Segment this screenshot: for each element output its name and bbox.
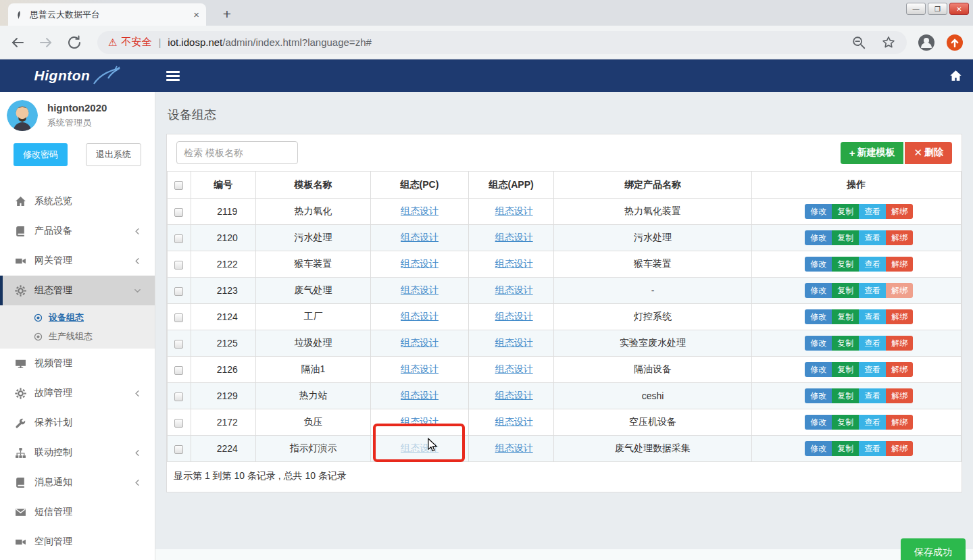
delete-button[interactable]: ✕删除 [905, 142, 952, 164]
row-checkbox[interactable] [174, 287, 183, 296]
copy-button[interactable]: 复制 [832, 388, 859, 403]
unbind-button[interactable]: 解绑 [886, 415, 913, 430]
window-close-button[interactable]: ✕ [949, 3, 969, 15]
submenu-item-1[interactable]: 生产线组态 [0, 327, 155, 346]
copy-button[interactable]: 复制 [832, 283, 859, 298]
pc-config-link[interactable]: 组态设计 [401, 258, 439, 269]
copy-button[interactable]: 复制 [832, 257, 859, 272]
app-config-link[interactable]: 组态设计 [495, 416, 533, 427]
pc-config-link[interactable]: 组态设计 [401, 311, 439, 322]
copy-button[interactable]: 复制 [832, 415, 859, 430]
view-button[interactable]: 查看 [859, 283, 886, 298]
app-config-link[interactable]: 组态设计 [495, 258, 533, 269]
unbind-button[interactable]: 解绑 [886, 283, 913, 298]
view-button[interactable]: 查看 [859, 257, 886, 272]
sidebar-item-5[interactable]: 故障管理 [0, 378, 155, 408]
change-password-button[interactable]: 修改密码 [14, 143, 68, 166]
copy-button[interactable]: 复制 [832, 336, 859, 351]
unbind-button[interactable]: 解绑 [886, 336, 913, 351]
unbind-button[interactable]: 解绑 [886, 230, 913, 245]
new-template-button[interactable]: +新建模板 [841, 142, 904, 164]
modify-button[interactable]: 修改 [805, 204, 832, 219]
unbind-button[interactable]: 解绑 [886, 204, 913, 219]
row-checkbox[interactable] [174, 445, 183, 454]
row-checkbox[interactable] [174, 313, 183, 322]
modify-button[interactable]: 修改 [805, 283, 832, 298]
app-config-link[interactable]: 组态设计 [495, 205, 533, 216]
view-button[interactable]: 查看 [859, 230, 886, 245]
view-button[interactable]: 查看 [859, 362, 886, 377]
pc-config-link[interactable]: 组态设计 [401, 390, 439, 401]
app-config-link[interactable]: 组态设计 [495, 442, 533, 453]
app-config-link[interactable]: 组态设计 [495, 390, 533, 401]
window-minimize-button[interactable]: — [906, 3, 926, 15]
logout-button[interactable]: 退出系统 [86, 143, 141, 166]
unbind-button[interactable]: 解绑 [886, 441, 913, 456]
pc-config-link[interactable]: 组态设计 [401, 284, 439, 295]
address-bar[interactable]: ⚠ 不安全 | iot.idosp.net/admin/index.html?l… [97, 31, 907, 54]
browser-update-icon[interactable] [946, 34, 964, 51]
modify-button[interactable]: 修改 [805, 257, 832, 272]
modify-button[interactable]: 修改 [805, 336, 832, 351]
view-button[interactable]: 查看 [859, 415, 886, 430]
search-input[interactable] [176, 141, 298, 164]
new-tab-button[interactable]: + [218, 5, 236, 24]
pc-config-link[interactable]: 组态设计 [401, 232, 439, 243]
select-all-checkbox[interactable] [174, 181, 183, 190]
modify-button[interactable]: 修改 [805, 441, 832, 456]
sidebar-item-3[interactable]: 组态管理 [0, 276, 155, 305]
app-config-link[interactable]: 组态设计 [495, 363, 533, 374]
row-checkbox[interactable] [174, 208, 183, 217]
row-checkbox[interactable] [174, 340, 183, 349]
reload-icon[interactable] [66, 34, 82, 51]
view-button[interactable]: 查看 [859, 204, 886, 219]
pc-config-link[interactable]: 组态设计 [401, 205, 439, 216]
app-config-link[interactable]: 组态设计 [495, 337, 533, 348]
modify-button[interactable]: 修改 [805, 415, 832, 430]
app-config-link[interactable]: 组态设计 [495, 311, 533, 322]
unbind-button[interactable]: 解绑 [886, 257, 913, 272]
app-config-link[interactable]: 组态设计 [495, 232, 533, 243]
unbind-button[interactable]: 解绑 [886, 309, 913, 324]
bookmark-star-icon[interactable] [881, 35, 896, 50]
view-button[interactable]: 查看 [859, 309, 886, 324]
browser-tab[interactable]: 思普云大数据平台 × [8, 3, 206, 26]
modify-button[interactable]: 修改 [805, 309, 832, 324]
zoom-out-icon[interactable] [851, 35, 866, 50]
pc-config-link[interactable]: 组态设计 [401, 337, 439, 348]
sidebar-item-9[interactable]: 短信管理 [0, 497, 155, 527]
tab-close-icon[interactable]: × [193, 9, 199, 20]
unbind-button[interactable]: 解绑 [886, 388, 913, 403]
sidebar-item-2[interactable]: 网关管理 [0, 246, 155, 276]
forward-icon[interactable] [38, 34, 54, 51]
copy-button[interactable]: 复制 [832, 204, 859, 219]
row-checkbox[interactable] [174, 234, 183, 243]
menu-toggle-icon[interactable] [166, 71, 180, 81]
profile-avatar-icon[interactable] [918, 34, 935, 51]
row-checkbox[interactable] [174, 392, 183, 401]
sidebar-item-6[interactable]: 保养计划 [0, 408, 155, 438]
view-button[interactable]: 查看 [859, 441, 886, 456]
view-button[interactable]: 查看 [859, 388, 886, 403]
view-button[interactable]: 查看 [859, 336, 886, 351]
sidebar-item-10[interactable]: 空间管理 [0, 527, 155, 557]
modify-button[interactable]: 修改 [805, 362, 832, 377]
submenu-item-0[interactable]: 设备组态 [0, 308, 155, 327]
home-icon[interactable] [949, 70, 962, 82]
copy-button[interactable]: 复制 [832, 441, 859, 456]
copy-button[interactable]: 复制 [832, 309, 859, 324]
copy-button[interactable]: 复制 [832, 362, 859, 377]
sidebar-item-7[interactable]: 联动控制 [0, 438, 155, 467]
row-checkbox[interactable] [174, 366, 183, 375]
window-restore-button[interactable]: ❐ [928, 3, 947, 15]
sidebar-item-1[interactable]: 产品设备 [0, 216, 155, 246]
unbind-button[interactable]: 解绑 [886, 362, 913, 377]
row-checkbox[interactable] [174, 419, 183, 428]
modify-button[interactable]: 修改 [805, 388, 832, 403]
sidebar-item-4[interactable]: 视频管理 [0, 349, 155, 378]
sidebar-item-8[interactable]: 消息通知 [0, 467, 155, 497]
pc-config-link[interactable]: 组态设计 [401, 363, 439, 374]
pc-config-link[interactable]: 组态设计 [401, 416, 439, 427]
row-checkbox[interactable] [174, 261, 183, 270]
sidebar-item-0[interactable]: 系统总览 [0, 186, 155, 216]
